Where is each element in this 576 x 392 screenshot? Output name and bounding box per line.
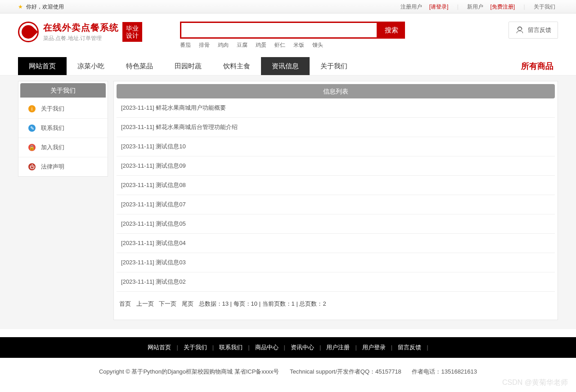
footer-link[interactable]: 商品中心 — [255, 344, 279, 351]
footer-link[interactable]: 关于我们 — [184, 344, 207, 351]
logo-badge: 毕业 设计 — [122, 22, 142, 42]
new-user-label: 新用户 — [467, 4, 483, 10]
nav-item-6[interactable]: 关于我们 — [310, 57, 358, 75]
footer-copyright: Copyright © 基于Python的Django框架校园购物商城 某省IC… — [0, 358, 576, 386]
sidebar-item-0[interactable]: i关于我们 — [18, 99, 108, 119]
header: 在线外卖点餐系统 菜品.点餐.地址.订单管理 毕业 设计 搜索 番茄排骨鸡肉豆腐… — [0, 13, 576, 53]
footer-nav: 网站首页|关于我们|联系我们|商品中心|资讯中心|用户注册|用户登录|留言反馈| — [0, 337, 576, 358]
logo-block[interactable]: 在线外卖点餐系统 菜品.点餐.地址.订单管理 毕业 设计 — [18, 22, 180, 42]
free-register-link[interactable]: [免费注册] — [490, 4, 515, 10]
hot-word[interactable]: 豆腐 — [237, 42, 248, 48]
main-area: 关于我们 i关于我们✎联系我们🔒加入我们⏻法律声明 信息列表 [2023-11-… — [0, 76, 576, 329]
list-item[interactable]: [2023-11-11] 测试信息02 — [117, 272, 555, 292]
about-link[interactable]: 关于我们 — [534, 4, 555, 10]
search-input[interactable] — [180, 22, 378, 39]
list-item[interactable]: [2023-11-11] 测试信息07 — [117, 195, 555, 214]
welcome-text: 你好，欢迎使用 — [26, 4, 64, 10]
watermark: CSDN @黄菊华老师 — [502, 378, 568, 386]
sidebar-item-label: 联系我们 — [41, 124, 64, 132]
sidebar-item-1[interactable]: ✎联系我们 — [18, 119, 108, 138]
footer-link[interactable]: 用户登录 — [362, 344, 386, 351]
list-item[interactable]: [2023-11-11] 测试信息05 — [117, 214, 555, 234]
footer-link[interactable]: 联系我们 — [219, 344, 243, 351]
hot-word[interactable]: 馒头 — [312, 42, 323, 48]
hot-word[interactable]: 虾仁 — [274, 42, 285, 48]
footer-link[interactable]: 用户注册 — [326, 344, 350, 351]
pager-prev[interactable]: 上一页 — [136, 300, 154, 307]
hot-word[interactable]: 米饭 — [293, 42, 304, 48]
pager-stats: 总数据：13 | 每页：10 | 当前页数：1 | 总页数：2 — [199, 300, 326, 307]
hot-word[interactable]: 鸡蛋 — [256, 42, 266, 48]
pager-last[interactable]: 尾页 — [182, 300, 194, 307]
main-nav: 网站首页凉菜小吃特色菜品田园时蔬饮料主食资讯信息关于我们所有商品 — [0, 57, 576, 76]
hot-word[interactable]: 排骨 — [199, 42, 210, 48]
hot-word[interactable]: 鸡肉 — [218, 42, 229, 48]
pagination: 首页 上一页 下一页 尾页 总数据：13 | 每页：10 | 当前页数：1 | … — [117, 292, 555, 311]
power-icon: ⏻ — [28, 163, 36, 170]
pager-first[interactable]: 首页 — [119, 300, 131, 307]
search-button[interactable]: 搜索 — [378, 22, 405, 39]
nav-item-5[interactable]: 资讯信息 — [261, 57, 310, 75]
reg-user-label: 注册用户 — [400, 4, 422, 10]
login-link[interactable]: [请登录] — [429, 4, 449, 10]
headset-icon — [515, 26, 524, 35]
logo-icon — [18, 22, 39, 42]
hot-word[interactable]: 番茄 — [180, 42, 191, 48]
list-item[interactable]: [2023-11-11] 测试信息09 — [117, 156, 555, 176]
topbar: ★ 你好，欢迎使用 注册用户 [请登录] | 新用户 [免费注册] | 关于我们 — [0, 0, 576, 13]
star-icon: ★ — [18, 4, 23, 10]
nav-item-1[interactable]: 凉菜小吃 — [67, 57, 115, 75]
divider: | — [524, 4, 525, 10]
sidebar-item-label: 法律声明 — [41, 163, 64, 171]
nav-item-0[interactable]: 网站首页 — [18, 57, 67, 75]
nav-item-2[interactable]: 特色菜品 — [115, 57, 164, 75]
sidebar-title: 关于我们 — [20, 83, 106, 98]
hot-words: 番茄排骨鸡肉豆腐鸡蛋虾仁米饭馒头 — [180, 41, 495, 49]
search-block: 搜索 番茄排骨鸡肉豆腐鸡蛋虾仁米饭馒头 — [180, 22, 495, 49]
content-title: 信息列表 — [117, 84, 555, 98]
footer-link[interactable]: 留言反馈 — [398, 344, 421, 351]
list-item[interactable]: [2023-11-11] 测试信息08 — [117, 176, 555, 195]
content-panel: 信息列表 [2023-11-11] 鲜花水果商城用户功能概要[2023-11-1… — [113, 81, 558, 320]
list-item[interactable]: [2023-11-11] 鲜花水果商城用户功能概要 — [117, 98, 555, 118]
pager-next[interactable]: 下一页 — [159, 300, 176, 307]
sidebar-item-3[interactable]: ⏻法律声明 — [18, 157, 108, 176]
feedback-button[interactable]: 留言反馈 — [508, 22, 558, 39]
divider: | — [457, 4, 459, 10]
footer-link[interactable]: 资讯中心 — [291, 344, 314, 351]
sidebar: 关于我们 i关于我们✎联系我们🔒加入我们⏻法律声明 — [18, 81, 108, 177]
sidebar-item-label: 关于我们 — [41, 105, 64, 113]
contact-icon: ✎ — [28, 125, 36, 132]
list-item[interactable]: [2023-11-11] 测试信息04 — [117, 234, 555, 253]
footer-link[interactable]: 网站首页 — [148, 344, 171, 351]
sidebar-item-2[interactable]: 🔒加入我们 — [18, 138, 108, 157]
site-subtitle: 菜品.点餐.地址.订单管理 — [43, 35, 119, 42]
nav-item-4[interactable]: 饮料主食 — [212, 57, 261, 75]
list-item[interactable]: [2023-11-11] 测试信息03 — [117, 253, 555, 272]
all-products-link[interactable]: 所有商品 — [521, 61, 558, 71]
site-title: 在线外卖点餐系统 — [43, 22, 119, 34]
lock-icon: 🔒 — [28, 144, 36, 151]
nav-item-3[interactable]: 田园时蔬 — [164, 57, 212, 75]
list-item[interactable]: [2023-11-11] 鲜花水果商城后台管理功能介绍 — [117, 118, 555, 137]
list-item[interactable]: [2023-11-11] 测试信息10 — [117, 137, 555, 156]
info-icon: i — [28, 105, 36, 112]
sidebar-item-label: 加入我们 — [41, 143, 64, 151]
